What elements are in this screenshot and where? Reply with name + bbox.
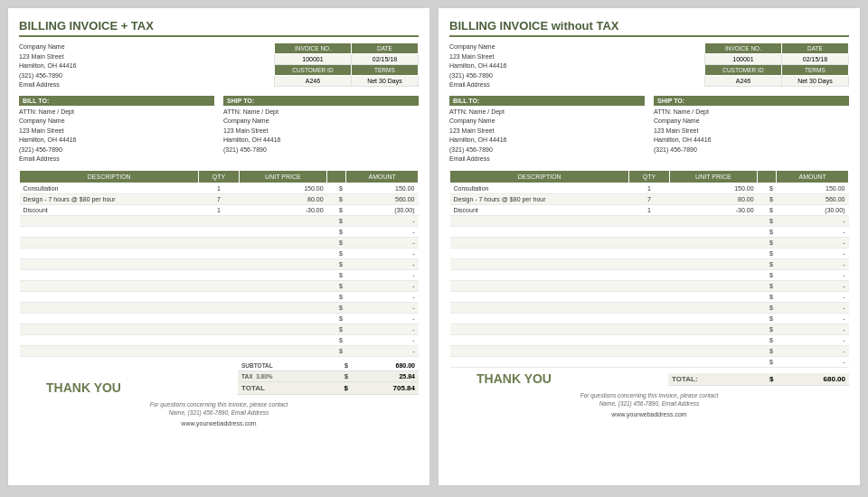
ship-attn: ATTN: Name / Dept [223, 108, 419, 117]
company-email2: Email Address [449, 80, 506, 90]
company-phone2: (321) 456-7890 [449, 71, 506, 81]
tax-row: TAX 3.80% $ 25.84 [238, 370, 419, 381]
ship-to-info2: ATTN: Name / Dept Company Name 123 Main … [654, 108, 849, 155]
bill-phone: (321) 456-7890 [19, 145, 214, 155]
bill-to-header2: BILL TO: [449, 96, 645, 106]
ship-to-header2: SHIP TO: [654, 96, 849, 106]
table-row: $- [450, 324, 849, 334]
company-address2: 123 Main Street [449, 52, 506, 62]
col-unit-price2: UNIT PRICE [669, 170, 757, 183]
table-row: $- [20, 269, 419, 280]
invoice1-meta: INVOICE NO. DATE 100001 02/15/18 CUSTOME… [274, 42, 419, 90]
invoice2-bill-ship: BILL TO: ATTN: Name / Dept Company Name … [449, 96, 849, 164]
row2-amount2: 560.00 [777, 193, 849, 204]
invoice1-bill-ship: BILL TO: ATTN: Name / Dept Company Name … [19, 96, 419, 164]
company-email: Email Address [19, 80, 76, 90]
subtotal-value: 680.00 [352, 361, 419, 371]
ship-phone: (321) 456-7890 [223, 145, 419, 155]
table-row: $- [20, 313, 419, 324]
invoice-no-value2: 100001 [705, 54, 782, 65]
meta-table: INVOICE NO. DATE 100001 02/15/18 CUSTOME… [274, 42, 419, 87]
bill-address2: 123 Main Street [449, 127, 645, 136]
col-dollar2 [758, 170, 777, 183]
ship-city: Hamilton, OH 44416 [223, 136, 419, 145]
col-amount: AMOUNT [346, 170, 419, 183]
row2-qty: 7 [199, 193, 239, 204]
row1-desc2: Consultation [450, 183, 629, 193]
row2-qty2: 7 [629, 193, 669, 204]
invoice1-items-table: DESCRIPTION QTY UNIT PRICE AMOUNT Consul… [19, 170, 419, 357]
row3-qty: 1 [199, 204, 239, 215]
meta-table2: INVOICE NO. DATE 100001 02/15/18 CUSTOME… [704, 42, 849, 87]
row3-desc: Discount [20, 204, 199, 215]
date-value: 02/15/18 [351, 54, 418, 65]
row2-unit: 80.00 [239, 193, 326, 204]
invoice-no-value: 100001 [275, 54, 352, 65]
row1-amount: 150.00 [346, 183, 419, 193]
total-value: 705.84 [352, 381, 419, 394]
row1-qty: 1 [199, 183, 239, 193]
bill-to-info: ATTN: Name / Dept Company Name 123 Main … [19, 108, 214, 164]
table-row: $- [20, 334, 419, 345]
bill-phone2: (321) 456-7890 [449, 145, 645, 155]
bill-city2: Hamilton, OH 44416 [449, 136, 645, 145]
invoice-no-label: INVOICE NO. [275, 43, 352, 54]
tax-dollar: $ [326, 370, 352, 381]
company-phone: (321) 456-7890 [19, 71, 76, 81]
col-description: DESCRIPTION [20, 170, 199, 183]
row1-unit2: 150.00 [669, 183, 757, 193]
invoice1-company: Company Name 123 Main Street Hamilton, O… [19, 42, 76, 90]
row3-amount2: (30.00) [777, 204, 849, 215]
invoice2-items-table: DESCRIPTION QTY UNIT PRICE AMOUNT Consul… [449, 170, 849, 368]
bill-company: Company Name [19, 117, 214, 127]
invoice-with-tax: BILLING INVOICE + TAX Company Name 123 M… [7, 7, 430, 486]
table-row: $- [450, 345, 849, 356]
invoice2-company: Company Name 123 Main Street Hamilton, O… [449, 42, 506, 90]
table-row: $- [450, 258, 849, 269]
invoice2-bill-to: BILL TO: ATTN: Name / Dept Company Name … [449, 96, 645, 164]
total-label2: TOTAL: [668, 373, 750, 386]
total-label: TOTAL [238, 381, 326, 394]
customer-id-label: CUSTOMER ID [275, 65, 352, 76]
table-row: $- [450, 269, 849, 280]
totals-table: SUBTOTAL $ 680.00 TAX 3.80% $ 25.84 TOTA… [238, 361, 419, 395]
row1-desc: Consultation [20, 183, 199, 193]
footer-line2b: Name, (321) 456-7890, Email Address [449, 399, 849, 408]
invoice-without-tax: BILLING INVOICE without TAX Company Name… [438, 7, 861, 486]
table-row: $- [20, 324, 419, 334]
totals-table2: TOTAL: $ 680.00 [668, 373, 849, 386]
bill-attn: ATTN: Name / Dept [19, 108, 214, 117]
row2-amount: 560.00 [346, 193, 419, 204]
row3-desc2: Discount [450, 204, 629, 215]
date-label2: DATE [781, 43, 848, 54]
row2-desc2: Design - 7 hours @ $80 per hour [450, 193, 629, 204]
tax-label: TAX 3.80% [238, 370, 326, 381]
terms-label2: TERMS [781, 65, 848, 76]
footer-line1: For questions concerning this invoice, p… [19, 400, 419, 409]
tax-value: 25.84 [352, 370, 419, 381]
company-address: 123 Main Street [19, 52, 76, 62]
invoice2-website: www.yourwebaddress.com [449, 411, 849, 417]
table-row: $- [450, 215, 849, 226]
table-row: $- [450, 237, 849, 248]
ship-city2: Hamilton, OH 44416 [654, 136, 849, 145]
table-row: Design - 7 hours @ $80 per hour 7 80.00 … [20, 193, 419, 204]
invoice1-header: Company Name 123 Main Street Hamilton, O… [19, 42, 419, 90]
table-row: $- [20, 258, 419, 269]
table-row: $- [450, 291, 849, 302]
subtotal-label: SUBTOTAL [238, 361, 326, 371]
col-qty2: QTY [629, 170, 669, 183]
bill-email2: Email Address [449, 155, 645, 164]
table-row: $- [450, 302, 849, 313]
table-row: $- [450, 356, 849, 367]
terms-value2: Net 30 Days [781, 76, 848, 87]
total-dollar: $ [326, 381, 352, 394]
row3-unit2: -30.00 [669, 204, 757, 215]
table-row: $- [20, 248, 419, 258]
table-row: $- [20, 237, 419, 248]
table-row: $- [450, 226, 849, 237]
total-row2: TOTAL: $ 680.00 [668, 373, 849, 386]
customer-id-value2: A246 [705, 76, 782, 87]
table-row: Consultation 1 150.00 $ 150.00 [450, 183, 849, 193]
ship-company2: Company Name [654, 117, 849, 127]
